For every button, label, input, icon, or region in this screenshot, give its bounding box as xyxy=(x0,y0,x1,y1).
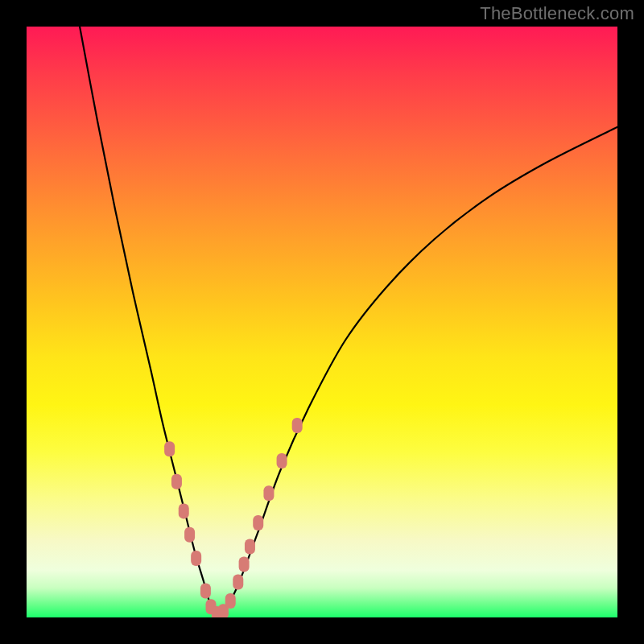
marker-point xyxy=(239,556,250,572)
marker-point xyxy=(263,485,274,501)
curve-right-branch xyxy=(216,127,617,615)
marker-point xyxy=(233,574,243,589)
marker-point xyxy=(171,474,182,489)
marker-point xyxy=(179,503,189,518)
attribution-text: TheBottleneck.com xyxy=(480,3,634,24)
marker-point xyxy=(277,453,287,469)
marker-point xyxy=(184,527,195,543)
data-markers xyxy=(164,418,303,617)
marker-point xyxy=(191,551,201,566)
chart-svg xyxy=(27,27,617,617)
plot-area xyxy=(27,27,617,617)
marker-point xyxy=(292,418,303,433)
marker-point xyxy=(253,515,263,530)
marker-point xyxy=(200,583,211,598)
curve-left-branch xyxy=(80,27,216,614)
chart-frame: TheBottleneck.com xyxy=(0,0,644,644)
marker-point xyxy=(225,593,236,609)
curve-lines xyxy=(80,27,617,614)
marker-point xyxy=(245,539,255,554)
marker-point xyxy=(164,441,175,456)
